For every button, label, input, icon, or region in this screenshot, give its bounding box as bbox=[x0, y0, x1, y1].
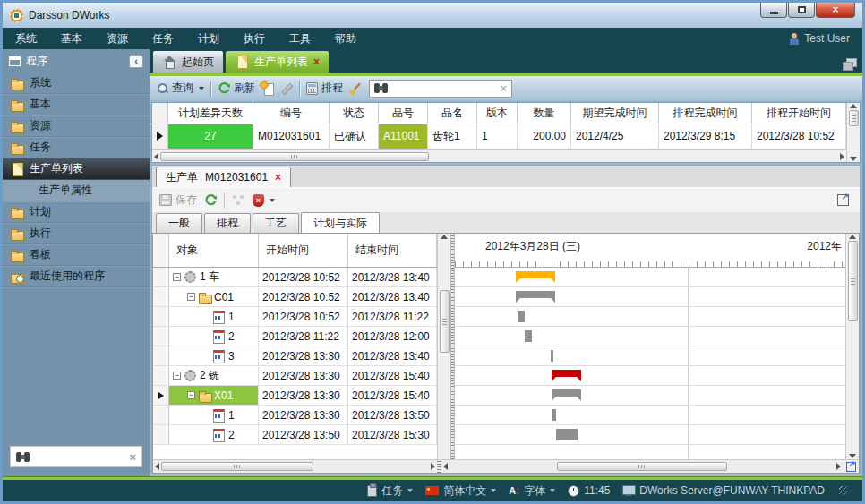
column-header-object[interactable]: 对象 bbox=[169, 234, 259, 267]
menu-item[interactable]: 基本 bbox=[61, 31, 82, 47]
scroll-up-icon[interactable] bbox=[850, 104, 857, 108]
window-list-icon[interactable] bbox=[843, 58, 857, 69]
clean-button[interactable] bbox=[349, 82, 363, 95]
menu-item[interactable]: 任务 bbox=[152, 31, 174, 47]
sidebar-item[interactable]: 最近使用的程序 bbox=[3, 266, 150, 287]
refresh-detail-button[interactable] bbox=[204, 194, 217, 207]
scrollbar-thumb[interactable] bbox=[161, 462, 313, 471]
column-header[interactable]: 期望完成时间 bbox=[571, 103, 659, 124]
maximize-button[interactable] bbox=[788, 3, 815, 18]
scrollbar-thumb[interactable] bbox=[849, 110, 859, 126]
scroll-right-icon[interactable] bbox=[431, 463, 435, 470]
gantt-bar[interactable] bbox=[556, 429, 578, 440]
flow-button[interactable] bbox=[232, 194, 245, 206]
tree-row[interactable]: − C01 2012/3/28 10:52 2012/3/28 13:40 bbox=[153, 287, 437, 307]
tree-object-cell[interactable]: − 2 铣 bbox=[169, 366, 259, 385]
filter-search-input[interactable]: × bbox=[369, 80, 512, 98]
open-in-window-icon[interactable] bbox=[837, 194, 849, 206]
detail-subtab[interactable]: 排程 bbox=[204, 213, 251, 233]
gantt-bar[interactable] bbox=[552, 409, 556, 421]
column-header[interactable]: 数量 bbox=[518, 103, 571, 124]
scrollbar-thumb[interactable] bbox=[160, 152, 429, 161]
gantt-bar[interactable] bbox=[525, 330, 532, 342]
column-header[interactable]: 品名 bbox=[428, 103, 477, 124]
tree-row[interactable]: − X01 2012/3/28 13:30 2012/3/28 15:40 bbox=[153, 386, 437, 406]
tree-object-cell[interactable]: − 3 bbox=[169, 346, 259, 365]
tree-object-cell[interactable]: − C01 bbox=[169, 287, 259, 306]
menu-item[interactable]: 资源 bbox=[107, 31, 128, 47]
current-user[interactable]: Test User bbox=[789, 32, 850, 45]
new-button[interactable] bbox=[261, 82, 274, 95]
menu-item[interactable]: 帮助 bbox=[335, 31, 356, 47]
gantt-bar[interactable] bbox=[518, 311, 525, 322]
column-header[interactable]: 版本 bbox=[477, 103, 518, 124]
query-button[interactable]: 查询 bbox=[157, 81, 204, 96]
gantt-bar[interactable] bbox=[552, 370, 581, 377]
tree-object-cell[interactable]: − 2 bbox=[169, 425, 259, 444]
column-header[interactable]: 排程开始时间 bbox=[752, 103, 846, 124]
schedule-button[interactable]: 排程 bbox=[306, 81, 343, 96]
stop-button[interactable]: × bbox=[253, 194, 275, 207]
scroll-left-icon[interactable] bbox=[154, 153, 158, 160]
detail-subtab[interactable]: 计划与实际 bbox=[301, 212, 380, 233]
tree-row[interactable]: − 3 2012/3/28 13:30 2012/3/28 13:40 bbox=[153, 346, 437, 366]
tree-object-cell[interactable]: − X01 bbox=[169, 386, 259, 405]
tree-row[interactable]: − 2 2012/3/28 11:22 2012/3/28 12:00 bbox=[153, 327, 437, 346]
column-header[interactable]: 排程完成时间 bbox=[659, 103, 752, 124]
gantt-vertical-scrollbar[interactable] bbox=[845, 234, 859, 459]
status-font-menu[interactable]: A: 字体 bbox=[509, 483, 555, 499]
status-language-menu[interactable]: 简体中文 bbox=[425, 483, 496, 499]
sidebar-item[interactable]: 生产单属性 bbox=[3, 180, 150, 201]
sidebar-item[interactable]: 看板 bbox=[3, 244, 150, 266]
expander-icon[interactable]: − bbox=[173, 273, 181, 281]
menu-item[interactable]: 系统 bbox=[15, 31, 37, 47]
tree-row[interactable]: − 2 铣 2012/3/28 13:30 2012/3/28 15:40 bbox=[153, 366, 437, 386]
chevron-down-icon[interactable] bbox=[199, 87, 204, 90]
chevron-down-icon[interactable] bbox=[550, 489, 555, 492]
menu-item[interactable]: 工具 bbox=[289, 31, 311, 47]
document-tab[interactable]: 起始页 × bbox=[153, 51, 223, 73]
scroll-up-icon[interactable] bbox=[849, 235, 856, 239]
chevron-down-icon[interactable] bbox=[270, 199, 275, 202]
scrollbar-thumb[interactable] bbox=[848, 241, 858, 321]
tree-object-cell[interactable]: − 1 bbox=[169, 406, 259, 424]
external-link-icon[interactable] bbox=[846, 462, 856, 472]
scroll-up-icon[interactable] bbox=[441, 235, 448, 239]
gantt-bar[interactable] bbox=[552, 389, 581, 397]
column-header[interactable]: 编号 bbox=[253, 103, 330, 124]
column-header[interactable]: 计划差异天数 bbox=[168, 103, 253, 124]
resize-grip[interactable] bbox=[839, 486, 848, 495]
scrollbar-thumb[interactable] bbox=[440, 290, 450, 353]
sidebar-search-box[interactable]: × bbox=[10, 446, 142, 467]
grid-data-row[interactable]: 27M012031601已确认A11001齿轮11200.002012/4/25… bbox=[152, 124, 846, 150]
menu-item[interactable]: 计划 bbox=[198, 31, 219, 47]
sidebar-item[interactable]: 系统 bbox=[3, 73, 150, 94]
tree-object-cell[interactable]: − 2 bbox=[169, 327, 259, 346]
sidebar-item[interactable]: 任务 bbox=[3, 137, 150, 158]
expander-icon[interactable]: − bbox=[173, 372, 181, 380]
order-document-tab[interactable]: 生产单 M012031601 × bbox=[156, 167, 291, 187]
tree-row[interactable]: − 1 车 2012/3/28 10:52 2012/3/28 13:40 bbox=[153, 268, 437, 287]
chevron-down-icon[interactable] bbox=[407, 489, 413, 492]
column-header[interactable]: 品号 bbox=[379, 103, 428, 124]
chevron-down-icon[interactable] bbox=[491, 489, 496, 492]
close-button[interactable]: × bbox=[816, 3, 855, 18]
tab-close-icon[interactable]: × bbox=[275, 171, 281, 184]
column-header-end[interactable]: 结束时间 bbox=[348, 234, 437, 267]
grid-horizontal-scrollbar[interactable] bbox=[152, 149, 846, 162]
scroll-right-icon[interactable] bbox=[836, 463, 841, 470]
expander-icon[interactable]: − bbox=[187, 293, 195, 301]
save-button[interactable]: 保存 bbox=[159, 192, 197, 208]
scrollbar-thumb[interactable] bbox=[557, 462, 727, 471]
tab-close-icon[interactable]: × bbox=[313, 56, 320, 68]
detail-subtab[interactable]: 一般 bbox=[156, 213, 202, 233]
edit-button[interactable] bbox=[280, 82, 293, 95]
gantt-bar[interactable] bbox=[551, 350, 553, 362]
gantt-horizontal-scrollbar[interactable] bbox=[441, 460, 843, 473]
scroll-right-icon[interactable] bbox=[840, 153, 844, 160]
scroll-down-icon[interactable] bbox=[849, 454, 856, 458]
tree-object-cell[interactable]: − 1 bbox=[169, 307, 259, 326]
sidebar-collapse-button[interactable]: ‹ bbox=[129, 55, 143, 68]
tree-row[interactable]: − 2 2012/3/28 13:50 2012/3/28 15:30 bbox=[153, 425, 437, 445]
tree-vertical-scrollbar[interactable] bbox=[437, 234, 450, 459]
